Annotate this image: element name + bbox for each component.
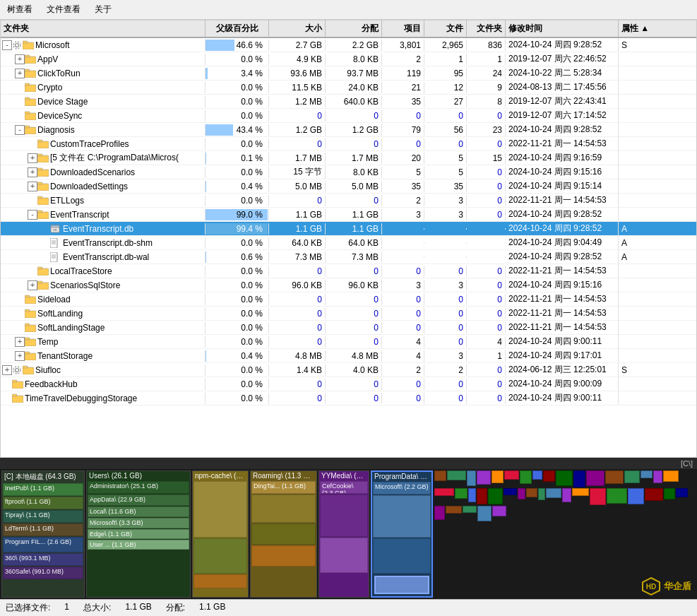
- treemap-cell[interactable]: [320, 494, 368, 537]
- col-header-items[interactable]: 项目: [382, 20, 424, 37]
- table-row[interactable]: EventTranscript.db-wal0.6 %7.3 MB7.3 MB2…: [1, 250, 696, 264]
- treemap-cell[interactable]: DingTai... (1.1 GB): [251, 481, 316, 494]
- table-row[interactable]: LocalTraceStore0.0 %000002022-11-21 周一 1…: [1, 264, 696, 278]
- treemap-mini-cell[interactable]: [447, 470, 466, 480]
- menu-about[interactable]: 关于: [92, 2, 114, 17]
- table-row[interactable]: Sideload0.0 %000002022-11-21 周一 14:54:53: [1, 292, 696, 307]
- expand-button[interactable]: +: [15, 351, 25, 361]
- treemap-cell[interactable]: LdTerm\ (1.1 GB): [3, 523, 83, 536]
- treemap-cell[interactable]: AppData\ (22.9 GB): [88, 494, 189, 506]
- table-row[interactable]: Device Stage0.0 %1.2 MB640.0 KB352782019…: [1, 95, 696, 109]
- col-header-alloc[interactable]: 分配: [326, 20, 382, 37]
- treemap-cell[interactable]: CefCookie\ (2.3 GB): [320, 481, 368, 494]
- treemap-mini-cell[interactable]: [628, 488, 644, 504]
- expand-button[interactable]: +: [2, 365, 12, 375]
- expand-button[interactable]: -: [28, 210, 37, 220]
- treemap-mini-cell[interactable]: [572, 488, 589, 496]
- treemap-mini-cell[interactable]: [546, 488, 561, 498]
- treemap-mini-cell[interactable]: [477, 488, 487, 504]
- col-header-files[interactable]: 文件: [424, 20, 467, 37]
- treemap-mini-cell[interactable]: [605, 470, 624, 484]
- expand-button[interactable]: +: [28, 153, 37, 163]
- expand-button[interactable]: -: [2, 40, 12, 50]
- treemap-cell[interactable]: [373, 538, 431, 574]
- treemap-mini-cell[interactable]: [504, 488, 517, 495]
- treemap-mini-cell[interactable]: [663, 470, 679, 482]
- table-row[interactable]: + Temp0.0 %004042024-10-24 周四 9:00:11: [1, 335, 696, 349]
- treemap-mini-cell[interactable]: [532, 470, 542, 480]
- treemap-block[interactable]: YYMedia\ (2.6 GB)CefCookie\ (2.3 GB): [318, 470, 369, 598]
- table-row[interactable]: ETLLogs0.0 %002302022-11-21 周一 14:54:53: [1, 194, 696, 208]
- treemap-mini-cell[interactable]: [434, 506, 445, 520]
- treemap-cell[interactable]: [193, 481, 247, 538]
- table-row[interactable]: + ScenariosSqlStore0.0 %96.0 KB96.0 KB33…: [1, 278, 696, 292]
- treemap-mini-cell[interactable]: [434, 470, 446, 481]
- treemap-cell[interactable]: Program FIL... (2.6 GB): [3, 537, 83, 552]
- table-row[interactable]: + DownloadedSettings0.4 %5.0 MB5.0 MB353…: [1, 179, 696, 194]
- treemap-cell[interactable]: Microsoft\ (3.3 GB): [88, 518, 189, 528]
- treemap-mini-cell[interactable]: [463, 506, 477, 513]
- treemap-cell[interactable]: Tipray\ (1.1 GB): [3, 510, 83, 523]
- table-row[interactable]: TimeTravelDebuggingStorage0.0 %000002024…: [1, 391, 696, 405]
- treemap-mini-cell[interactable]: [492, 470, 504, 483]
- table-row[interactable]: DeviceSync0.0 %000002019-12-07 周六 17:14:…: [1, 109, 696, 123]
- table-row[interactable]: + ClickToRun3.4 %93.6 MB93.7 MB119952420…: [1, 66, 696, 81]
- col-header-size[interactable]: 大小: [269, 20, 326, 37]
- treemap-block[interactable]: Roaming\ (11.3 GB)DingTai... (1.1 GB): [250, 470, 317, 598]
- treemap-mini-cell[interactable]: [607, 488, 627, 504]
- table-row[interactable]: Crypto0.0 %11.5 KB24.0 KB211292024-08-13…: [1, 81, 696, 95]
- treemap-block[interactable]: Users\ (26.1 GB)Administrator\ (25.1 GB)…: [86, 470, 191, 598]
- treemap-block[interactable]: ProgramData\ (5.2 GB)Microsoft\ (2.2 GB): [371, 470, 433, 598]
- treemap-mini-cell[interactable]: [467, 470, 476, 486]
- table-row[interactable]: FeedbackHub0.0 %000002024-10-24 周四 9:00:…: [1, 377, 696, 391]
- treemap-cell[interactable]: InetPub\ (1.1 GB): [3, 483, 83, 496]
- col-header-folders[interactable]: 文件夹: [467, 20, 506, 37]
- table-row[interactable]: + AppV0.0 %4.9 KB8.0 KB2112019-12-07 周六 …: [1, 52, 696, 66]
- expand-button[interactable]: +: [15, 69, 25, 78]
- treemap-cell[interactable]: User ... (1.1 GB): [88, 540, 189, 550]
- treemap-mini-cell[interactable]: [586, 470, 604, 486]
- treemap-mini-cell[interactable]: [676, 488, 688, 497]
- treemap-mini-cell[interactable]: [556, 470, 573, 486]
- treemap-mini-cell[interactable]: [446, 506, 462, 514]
- treemap-cell[interactable]: 360\ (993.1 MB): [3, 553, 83, 566]
- treemap-mini-cell[interactable]: [562, 488, 571, 502]
- treemap-mini-cell[interactable]: [590, 488, 606, 505]
- treemap-mini-cell[interactable]: [492, 506, 506, 516]
- treemap-mini-cell[interactable]: [641, 470, 653, 478]
- table-row[interactable]: CustomTraceProfiles0.0 %000002022-11-21 …: [1, 137, 696, 151]
- expand-button[interactable]: +: [28, 182, 37, 191]
- treemap-mini-cell[interactable]: [504, 470, 519, 480]
- expand-button[interactable]: +: [15, 54, 25, 64]
- treemap-mini-cell[interactable]: [434, 488, 454, 496]
- col-header-parent[interactable]: 父级百分比: [205, 20, 269, 37]
- treemap-mini-cell[interactable]: [526, 488, 537, 497]
- table-row[interactable]: EventTranscript.db-shm0.0 %64.0 KB64.0 K…: [1, 236, 696, 250]
- treemap-cell[interactable]: Local\ (11.6 GB): [88, 507, 189, 517]
- expand-button[interactable]: -: [15, 125, 25, 135]
- col-header-modified[interactable]: 修改时间: [506, 20, 619, 37]
- treemap-mini-cell[interactable]: [477, 506, 492, 521]
- treemap-mini-cell[interactable]: [468, 488, 476, 502]
- expand-button[interactable]: +: [28, 280, 37, 290]
- menu-file-view[interactable]: 文件查看: [44, 2, 83, 17]
- treemap-mini-cell[interactable]: [455, 488, 467, 499]
- treemap-mini-cell[interactable]: [664, 488, 675, 499]
- treemap-mini-cell[interactable]: [477, 470, 491, 485]
- treemap-cell[interactable]: [251, 494, 316, 523]
- table-row[interactable]: + [5 文件在 C:\ProgramData\Micros(0.1 %1.7 …: [1, 151, 696, 165]
- treemap-cell[interactable]: [320, 538, 368, 573]
- table-row[interactable]: SoftLandingStage0.0 %000002022-11-21 周一 …: [1, 321, 696, 335]
- treemap-cell[interactable]: Microsoft\ (2.2 GB): [373, 482, 431, 494]
- treemap-cell[interactable]: [193, 538, 247, 574]
- treemap-cell[interactable]: Edge\ (1.1 GB): [88, 529, 189, 539]
- table-row[interactable]: SoftLanding0.0 %000002022-11-21 周一 14:54…: [1, 307, 696, 321]
- treemap-mini-cell[interactable]: [645, 488, 663, 501]
- treemap-mini-cell[interactable]: [518, 488, 525, 499]
- treemap-mini-cell[interactable]: [653, 470, 662, 483]
- menu-tree-view[interactable]: 树查看: [4, 2, 35, 17]
- treemap-block[interactable]: npm-cache\ (765.5 MB): [192, 470, 249, 598]
- treemap-cell[interactable]: [193, 574, 247, 588]
- treemap-block[interactable]: [C] 本地磁盘 (64.3 GB)InetPub\ (1.1 GB)ftpro…: [1, 470, 85, 598]
- expand-button[interactable]: +: [15, 337, 25, 347]
